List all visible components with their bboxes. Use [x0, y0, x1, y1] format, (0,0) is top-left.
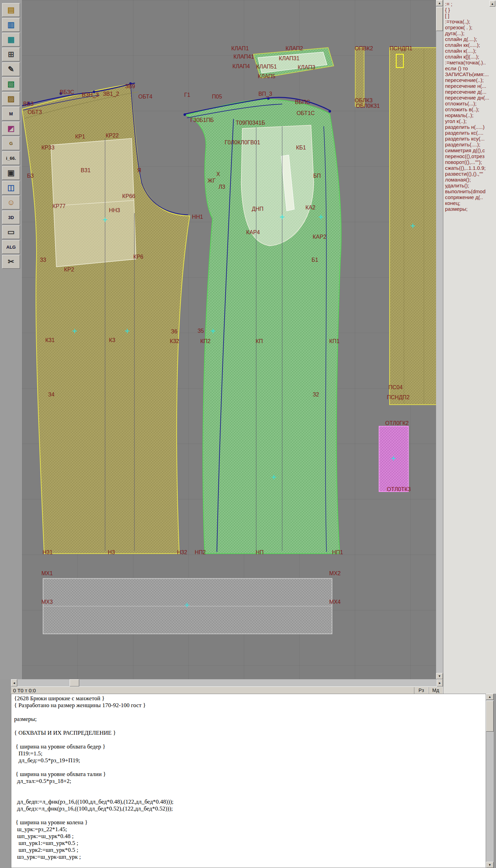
point-label-Г30Б1ПБ: Г30Б1ПБ — [190, 117, 214, 123]
command-item-12[interactable]: ЗАПИСАТЬ(имя:... — [445, 71, 495, 77]
toolbar-button-swatch-tool[interactable]: ◩ — [2, 122, 20, 135]
command-item-11[interactable]: если () то — [445, 65, 495, 71]
toolbar-button-layer-indicator[interactable]: i_66. — [2, 151, 20, 165]
point-label-Г1: Г1 — [184, 92, 190, 98]
point-label-КР66: КР66 — [122, 193, 135, 199]
toolbar-button-grid-table[interactable]: ⊞ — [2, 48, 20, 61]
scroll-up-icon[interactable]: ▲ — [436, 0, 443, 6]
scroll-down-icon[interactable]: ▼ — [436, 673, 443, 679]
toolbar-button-save-view[interactable]: ▥ — [2, 18, 20, 32]
command-item-7[interactable]: сплайн кк(.....); — [445, 42, 495, 48]
editor-vscrollbar[interactable]: ▲ ▼ — [486, 694, 494, 868]
scroll-left-icon[interactable]: ◄ — [11, 679, 17, 686]
point-label-НН1: НН1 — [192, 214, 203, 220]
command-item-2[interactable]: [ ] — [445, 13, 495, 19]
command-item-13[interactable]: пересечение(..); — [445, 77, 495, 83]
point-label-БП: БП — [313, 173, 321, 179]
program-editor[interactable]: {2628 Брюки широкие с манжетой } { Разра… — [11, 694, 486, 868]
command-item-30[interactable]: ломаная(); — [445, 177, 495, 183]
toolbar-button-list-tool[interactable]: ▣ — [2, 166, 20, 180]
canvas-vscrollbar[interactable]: ▲ ▼ — [436, 0, 443, 679]
command-item-24[interactable]: разделить(....); — [445, 142, 495, 147]
point-label-Б3: Б3 — [27, 173, 34, 179]
point-label-КЛАП41: КЛАП41 — [234, 53, 254, 60]
toolbar-button-mannequin-tool[interactable]: ☺ — [2, 196, 20, 209]
point-label-Х: Х — [216, 171, 220, 177]
command-item-18[interactable]: отложить в(..); — [445, 106, 495, 112]
point-label-КР33: КР33 — [41, 144, 54, 151]
command-item-33[interactable]: сопряжение д(.. — [445, 194, 495, 200]
mode-button-rz[interactable]: Рз — [414, 687, 428, 694]
command-item-29[interactable]: развести((),().,"" — [445, 171, 495, 177]
point-label-МХ4: МХ4 — [329, 599, 341, 605]
hscroll-thumb[interactable] — [70, 679, 79, 686]
point-label-Г0Л0КЛ0ГВ01: Г0Л0КЛ0ГВ01 — [225, 139, 260, 145]
point-label-КП: КП — [256, 338, 263, 344]
command-item-22[interactable]: разделить кс(.... — [445, 130, 495, 136]
toolbar-button-open-folder[interactable]: ▤ — [2, 3, 20, 17]
command-item-28[interactable]: сжать((),..1.1.0.9; — [445, 165, 495, 171]
editor-scroll-thumb[interactable] — [486, 701, 494, 732]
point-label-КР1: КР1 — [75, 133, 85, 140]
point-label-ВП_3: ВП_3 — [258, 91, 272, 97]
front-pocket-overlay[interactable] — [51, 138, 136, 267]
command-item-16[interactable]: пересечение дн(... — [445, 95, 495, 101]
program-text[interactable]: {2628 Брюки широкие с манжетой } { Разра… — [11, 694, 486, 861]
pattern-drawing: КЛАП1КЛАП2КЛАП41КЛАП31КЛАП4КЛАП51КЛАП3КЛ… — [22, 0, 436, 679]
command-item-26[interactable]: перенос((),отрез — [445, 153, 495, 159]
command-item-20[interactable]: угол к(..); — [445, 118, 495, 124]
command-item-15[interactable]: пересечение д(... — [445, 89, 495, 95]
point-label-КЛАП31: КЛАП31 — [279, 55, 300, 61]
command-item-4[interactable]: отрезок( . ); — [445, 24, 495, 30]
point-label-КП2: КП2 — [200, 338, 210, 344]
mode-button-md[interactable]: Мд — [428, 687, 443, 694]
command-item-25[interactable]: симметрия д((),с — [445, 147, 495, 153]
command-item-21[interactable]: разделить н(.....) — [445, 124, 495, 130]
command-item-0[interactable]: := ; — [445, 1, 495, 7]
toolbar-button-pencil-tool[interactable]: ✎ — [2, 62, 20, 76]
command-item-14[interactable]: пересечение н(... — [445, 83, 495, 89]
toolbar-button-hatch-tool[interactable]: ▨ — [2, 92, 20, 106]
command-item-5[interactable]: дуга(...); — [445, 30, 495, 36]
pattern-canvas[interactable]: КЛАП1КЛАП2КЛАП41КЛАП31КЛАП4КЛАП51КЛАП3КЛ… — [22, 0, 436, 679]
command-item-31[interactable]: удалить(); — [445, 183, 495, 188]
command-item-10[interactable]: :=метка(точка(.).. — [445, 60, 495, 65]
command-item-9[interactable]: сплайн к[](....); — [445, 54, 495, 60]
toolbar-button-image-tool[interactable]: ◫ — [2, 181, 20, 195]
command-item-34[interactable]: конец; — [445, 200, 495, 206]
scroll-right-icon[interactable]: ► — [437, 679, 443, 686]
canvas-hscrollbar[interactable]: ◄ ► — [11, 679, 443, 686]
command-item-27[interactable]: поворот((),...""); — [445, 159, 495, 165]
command-item-35[interactable]: размеры; — [445, 206, 495, 212]
command-item-1[interactable]: { } — [445, 7, 495, 13]
editor-scroll-down-icon[interactable]: ▼ — [486, 862, 494, 868]
toolbar-button-screen-tool[interactable]: ▭ — [2, 225, 20, 239]
point-label-ВБПС: ВБПС — [295, 99, 310, 105]
toolbar-button-letter-m-tool[interactable]: M — [2, 107, 20, 121]
vscroll-thumb[interactable] — [436, 7, 443, 31]
point-label-З4: З4 — [48, 391, 55, 397]
point-label-Н31: Н31 — [42, 549, 53, 555]
command-item-23[interactable]: разделить ксу(... — [445, 136, 495, 142]
toolbar-button-scissors-tool[interactable]: ✂ — [2, 255, 20, 269]
panel-scroll-up-icon[interactable]: ▲ — [489, 1, 495, 7]
command-item-17[interactable]: отложить(...); — [445, 101, 495, 106]
point-label-МХ2: МХ2 — [329, 570, 341, 576]
point-label-МХ3: МХ3 — [41, 599, 53, 605]
point-label-З5: З5 — [197, 328, 204, 334]
command-item-3[interactable]: :=точка(.,); — [445, 19, 495, 24]
point-label-КП1: КП1 — [329, 338, 340, 344]
toolbar-button-alg-tool[interactable]: ALG — [2, 240, 20, 254]
point-label-Я: Я — [137, 167, 141, 173]
command-item-32[interactable]: выполнить(dmod — [445, 188, 495, 194]
toolbar-button-3d-view-tool[interactable]: 3D — [2, 210, 20, 224]
toolbar-button-letter-g-tool[interactable]: G — [2, 136, 20, 150]
command-item-19[interactable]: нормаль(..); — [445, 112, 495, 118]
point-label-КАР4: КАР4 — [246, 229, 260, 235]
command-item-6[interactable]: сплайн д(....); — [445, 36, 495, 42]
cuff-piece[interactable] — [43, 578, 332, 634]
toolbar-button-measure-tool[interactable]: ▧ — [2, 77, 20, 91]
editor-scroll-up-icon[interactable]: ▲ — [486, 694, 494, 700]
command-item-8[interactable]: сплайн к(....); — [445, 48, 495, 54]
toolbar-button-palette-box[interactable]: ▦ — [2, 33, 20, 46]
